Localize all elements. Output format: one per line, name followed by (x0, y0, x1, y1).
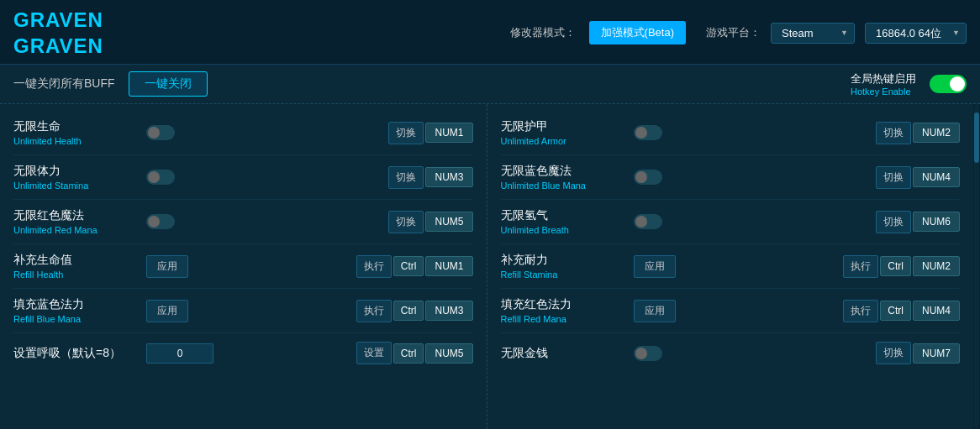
key-group-unlimited-money: 切换 NUM7 (876, 342, 960, 364)
key-num-unlimited-red-mana: NUM5 (425, 212, 472, 232)
key-num-unlimited-blue-mana: NUM4 (913, 167, 960, 187)
key-num-unlimited-armor: NUM2 (913, 123, 960, 143)
toggle-unlimited-blue-mana[interactable] (634, 170, 662, 185)
platform-select[interactable]: Steam Epic GOG (771, 23, 855, 44)
switch-btn-unlimited-red-mana[interactable]: 切换 (388, 211, 424, 233)
feature-name-unlimited-breath: 无限氢气 Unlimited Breath (501, 208, 627, 235)
one-key-button[interactable]: 一键关闭 (129, 71, 208, 97)
scrollbar-track (974, 104, 979, 429)
title-block: GRAVEN GRAVEN (13, 7, 103, 59)
feature-cn-refill-health: 补充生命值 (13, 253, 140, 268)
key-num-set-breath: NUM5 (425, 343, 472, 364)
exec-btn-refill-stamina[interactable]: 执行 (843, 255, 878, 278)
key-num-unlimited-stamina: NUM3 (425, 167, 472, 187)
feature-cn-unlimited-red-mana: 无限红色魔法 (13, 208, 140, 223)
key-num-unlimited-breath: NUM6 (913, 212, 960, 232)
key-num-refill-health: NUM1 (425, 256, 472, 276)
feature-name-refill-red-mana: 填充红色法力 Refill Red Mana (501, 297, 627, 324)
feature-row-unlimited-breath: 无限氢气 Unlimited Breath 切换 NUM6 (501, 200, 961, 244)
header: GRAVEN GRAVEN 修改器模式： 加强模式(Beta) 游戏平台： St… (0, 0, 980, 65)
feature-en-unlimited-red-mana: Unlimited Red Mana (13, 225, 140, 235)
key-group-unlimited-stamina: 切换 NUM3 (388, 166, 472, 189)
hotkey-sub-label: Hotkey Enable (851, 86, 911, 97)
title-main: GRAVEN (13, 7, 103, 33)
apply-btn-refill-stamina[interactable]: 应用 (634, 255, 676, 278)
toggle-unlimited-red-mana[interactable] (146, 214, 175, 229)
switch-btn-unlimited-blue-mana[interactable]: 切换 (876, 166, 911, 189)
exec-btn-refill-blue-mana[interactable]: 执行 (356, 300, 392, 322)
key-group-refill-health: 执行 Ctrl NUM1 (356, 255, 473, 278)
feature-cn-unlimited-armor: 无限护甲 (501, 119, 627, 134)
hotkey-section: 全局热键启用 Hotkey Enable (851, 71, 916, 97)
feature-en-refill-health: Refill Health (13, 269, 140, 280)
key-group-unlimited-red-mana: 切换 NUM5 (388, 211, 472, 233)
switch-btn-unlimited-armor[interactable]: 切换 (876, 122, 911, 144)
feature-name-unlimited-red-mana: 无限红色魔法 Unlimited Red Mana (13, 208, 140, 235)
feature-row-unlimited-red-mana: 无限红色魔法 Unlimited Red Mana 切换 NUM5 (13, 200, 473, 244)
toggle-unlimited-health[interactable] (146, 125, 175, 140)
key-group-unlimited-breath: 切换 NUM6 (876, 211, 960, 233)
feature-name-refill-stamina: 补充耐力 Refill Stamina (501, 253, 627, 280)
feature-en-unlimited-armor: Unlimited Armor (501, 136, 627, 146)
exec-btn-refill-red-mana[interactable]: 执行 (843, 300, 878, 322)
hotkey-toggle[interactable] (930, 75, 967, 93)
toggle-slider (930, 75, 967, 93)
feature-cn-unlimited-blue-mana: 无限蓝色魔法 (501, 164, 627, 179)
version-select[interactable]: 16864.0 64位 (865, 23, 967, 44)
toggle-unlimited-breath[interactable] (634, 214, 662, 229)
feature-row-refill-blue-mana: 填充蓝色法力 Refill Blue Mana 应用 执行 Ctrl NUM3 (13, 289, 473, 333)
feature-name-unlimited-armor: 无限护甲 Unlimited Armor (501, 119, 627, 146)
feature-name-unlimited-stamina: 无限体力 Unlimited Stamina (13, 164, 140, 191)
apply-btn-refill-blue-mana[interactable]: 应用 (146, 300, 188, 322)
feature-en-refill-blue-mana: Refill Blue Mana (13, 314, 140, 324)
apply-btn-refill-health[interactable]: 应用 (146, 255, 188, 278)
key-group-unlimited-health: 切换 NUM1 (388, 122, 472, 144)
toggle-unlimited-stamina[interactable] (146, 170, 175, 185)
key-group-unlimited-blue-mana: 切换 NUM4 (876, 166, 960, 189)
toggle-unlimited-money[interactable] (634, 346, 662, 361)
feature-cn-unlimited-money: 无限金钱 (501, 346, 627, 361)
feature-row-unlimited-blue-mana: 无限蓝色魔法 Unlimited Blue Mana 切换 NUM4 (501, 155, 961, 200)
content-area: 无限生命 Unlimited Health 切换 NUM1 无限体力 Unlim… (0, 104, 980, 429)
mode-label: 修改器模式： (510, 25, 576, 40)
feature-cn-refill-stamina: 补充耐力 (501, 253, 627, 268)
mode-button[interactable]: 加强模式(Beta) (589, 21, 686, 44)
apply-btn-refill-red-mana[interactable]: 应用 (634, 300, 676, 322)
feature-name-refill-blue-mana: 填充蓝色法力 Refill Blue Mana (13, 297, 140, 324)
switch-btn-unlimited-money[interactable]: 切换 (876, 342, 911, 364)
key-group-refill-red-mana: 执行 Ctrl NUM4 (843, 300, 960, 322)
feature-name-unlimited-money: 无限金钱 (501, 346, 627, 361)
top-bar: 一键关闭所有BUFF 一键关闭 全局热键启用 Hotkey Enable (0, 65, 980, 104)
feature-cn-refill-blue-mana: 填充蓝色法力 (13, 297, 140, 312)
breath-input[interactable] (146, 343, 213, 364)
set-btn-breath[interactable]: 设置 (356, 342, 392, 364)
key-num-unlimited-money: NUM7 (913, 343, 960, 364)
scrollbar-thumb[interactable] (974, 112, 979, 163)
key-group-unlimited-armor: 切换 NUM2 (876, 122, 960, 144)
switch-btn-unlimited-breath[interactable]: 切换 (876, 211, 911, 233)
feature-row-unlimited-health: 无限生命 Unlimited Health 切换 NUM1 (13, 111, 473, 155)
switch-btn-unlimited-stamina[interactable]: 切换 (388, 166, 424, 189)
feature-name-refill-health: 补充生命值 Refill Health (13, 253, 140, 280)
feature-cn-set-breath: 设置呼吸（默认=8） (13, 346, 140, 361)
key-num-refill-blue-mana: NUM3 (425, 301, 472, 321)
key-num-unlimited-health: NUM1 (425, 123, 472, 143)
exec-btn-refill-health[interactable]: 执行 (356, 255, 392, 278)
one-key-label: 一键关闭所有BUFF (13, 76, 115, 92)
feature-en-unlimited-health: Unlimited Health (13, 136, 140, 146)
feature-row-refill-stamina: 补充耐力 Refill Stamina 应用 执行 Ctrl NUM2 (501, 244, 961, 289)
key-group-set-breath: 设置 Ctrl NUM5 (356, 342, 473, 364)
feature-row-unlimited-armor: 无限护甲 Unlimited Armor 切换 NUM2 (501, 111, 961, 155)
feature-en-refill-red-mana: Refill Red Mana (501, 314, 627, 324)
hotkey-main-label: 全局热键启用 (851, 71, 916, 86)
ctrl-label-refill-stamina: Ctrl (880, 256, 911, 276)
scrollbar[interactable] (973, 104, 980, 429)
toggle-unlimited-armor[interactable] (634, 125, 662, 140)
key-group-refill-blue-mana: 执行 Ctrl NUM3 (356, 300, 473, 322)
feature-en-unlimited-blue-mana: Unlimited Blue Mana (501, 180, 627, 191)
switch-btn-unlimited-health[interactable]: 切换 (388, 122, 424, 144)
feature-name-unlimited-health: 无限生命 Unlimited Health (13, 119, 140, 146)
feature-row-unlimited-money: 无限金钱 切换 NUM7 (501, 333, 961, 373)
platform-label: 游戏平台： (706, 25, 761, 40)
title-sub: GRAVEN (13, 33, 103, 59)
